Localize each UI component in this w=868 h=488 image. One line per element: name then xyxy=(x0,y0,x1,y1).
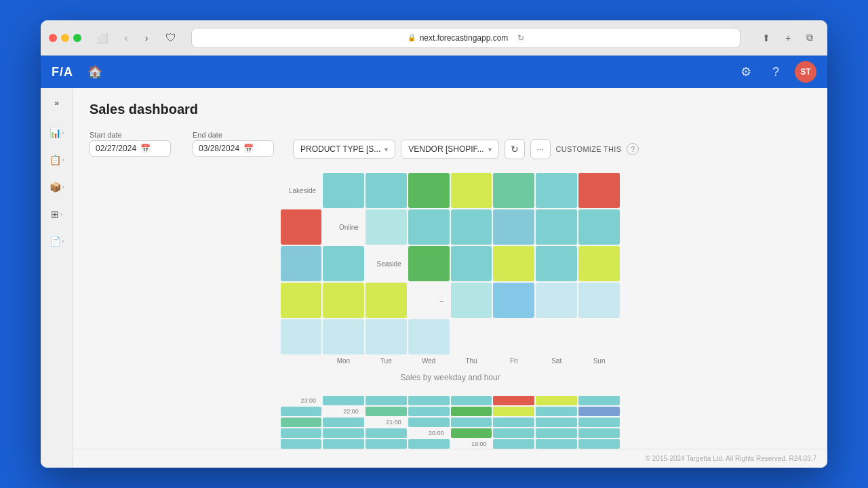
heatmap-cell xyxy=(408,319,450,354)
heatmap-cell xyxy=(493,173,534,208)
question-icon: ? xyxy=(772,65,779,79)
browser-window: ⬜ ‹ › 🛡 🔒 next.forecastingapp.com ↻ ⬆ + … xyxy=(41,20,827,468)
second-heatmap-cell xyxy=(536,428,577,438)
heatmap-cell xyxy=(281,319,321,354)
heatmap-col-label: Sat xyxy=(536,357,577,365)
new-tab-button[interactable]: + xyxy=(778,28,797,47)
forward-button[interactable]: › xyxy=(137,28,156,47)
collapse-icon: » xyxy=(54,98,59,108)
sidebar-item-products[interactable]: 📦 › xyxy=(43,175,71,199)
second-heatmap-cell xyxy=(578,396,620,405)
page-title: Sales dashboard xyxy=(90,102,811,117)
reload-icon: ↻ xyxy=(517,33,524,43)
heatmap-cell xyxy=(493,246,534,281)
second-heatmap-cell xyxy=(323,439,364,449)
help-button[interactable]: ? xyxy=(765,61,787,83)
second-heatmap-cell xyxy=(366,396,407,405)
heatmap-grid: LakesideOnlineSeaside-- xyxy=(281,173,620,354)
sidebar-collapse-button[interactable]: » xyxy=(47,94,66,113)
heatmap-cell xyxy=(323,246,364,281)
browser-actions: ⬆ + ⧉ xyxy=(757,28,819,47)
second-heatmap-cell xyxy=(323,396,364,405)
second-heatmap-cell xyxy=(578,407,620,416)
sidebar-item-documents[interactable]: 📄 › xyxy=(43,229,71,253)
more-options-button[interactable]: ··· xyxy=(530,139,551,159)
heatmap-col-label: Tue xyxy=(366,357,407,365)
customize-button[interactable]: CUSTOMIZE THIS xyxy=(556,145,622,153)
heatmap-cell xyxy=(281,209,321,245)
traffic-lights xyxy=(49,34,81,42)
heatmap-col-label: Sun xyxy=(578,357,620,365)
avatar[interactable]: ST xyxy=(795,61,816,83)
chevron-down-icon: ▾ xyxy=(384,146,388,153)
second-heatmap-cell xyxy=(578,428,620,438)
second-heatmap-cell xyxy=(493,439,534,449)
heatmap-cell xyxy=(366,209,407,245)
heatmap-row-label: -- xyxy=(408,283,450,318)
vendor-label: VENDOR [SHOPIF... xyxy=(408,144,484,154)
second-heatmap-cell xyxy=(281,428,321,438)
second-heatmap-cell xyxy=(281,407,321,416)
heatmap-col-label: Thu xyxy=(451,357,492,365)
footer: © 2015-2024 Targetta Ltd. All Rights Res… xyxy=(73,449,827,468)
grid-icon: ⊞ xyxy=(51,209,59,220)
shield-button[interactable]: 🛡 xyxy=(161,28,180,47)
heatmap-cell xyxy=(493,283,534,318)
start-date-label: Start date xyxy=(90,131,171,139)
sidebar-toggle-button[interactable]: ⬜ xyxy=(92,28,111,47)
heatmap-cell xyxy=(366,319,407,354)
close-button[interactable] xyxy=(49,34,57,42)
share-button[interactable]: ⬆ xyxy=(757,28,776,47)
customize-label: CUSTOMIZE THIS xyxy=(556,145,622,153)
heatmap-cell xyxy=(323,173,364,208)
chevron-right-icon: › xyxy=(60,211,62,218)
sidebar-item-reports[interactable]: 📋 › xyxy=(43,148,71,172)
minimize-button[interactable] xyxy=(61,34,69,42)
second-heatmap-cell xyxy=(536,418,577,427)
heatmap-cell xyxy=(366,173,407,208)
heatmap-cell xyxy=(408,246,450,281)
heatmap-col-label xyxy=(281,357,321,365)
refresh-button[interactable]: ↻ xyxy=(505,139,525,159)
heatmap-cell xyxy=(578,283,620,318)
second-heatmap-cell xyxy=(323,428,364,438)
back-button[interactable]: ‹ xyxy=(117,28,136,47)
start-date-input[interactable]: 02/27/2024 📅 xyxy=(90,140,171,157)
heatmap-col-labels: MonTueWedThuFriSatSun xyxy=(281,357,620,365)
app-container: F/A 🏠 ⚙ ? ST » xyxy=(41,56,827,468)
second-heatmap-cell xyxy=(578,439,620,449)
address-bar[interactable]: 🔒 next.forecastingapp.com ↻ xyxy=(191,28,741,48)
maximize-button[interactable] xyxy=(73,34,81,42)
home-button[interactable]: 🏠 xyxy=(84,61,106,83)
second-heatmap-cell xyxy=(536,396,577,405)
lock-icon: 🔒 xyxy=(408,34,416,41)
start-date-field: Start date 02/27/2024 📅 xyxy=(90,131,171,157)
heatmap-cell xyxy=(281,246,321,281)
vendor-filter[interactable]: VENDOR [SHOPIF... ▾ xyxy=(401,140,498,159)
dashboard-area: Sales dashboard Start date 02/27/2024 📅 xyxy=(73,88,827,449)
customize-help-icon[interactable]: ? xyxy=(627,143,639,155)
heatmap-col-label: Mon xyxy=(323,357,364,365)
product-type-filter[interactable]: PRODUCT TYPE [S... ▾ xyxy=(293,140,395,159)
sidebar-toggle-icon: ⬜ xyxy=(96,33,108,43)
heatmap-cell xyxy=(578,173,620,208)
settings-button[interactable]: ⚙ xyxy=(735,61,757,83)
calendar-icon: 📅 xyxy=(243,144,254,153)
second-heatmap-cell xyxy=(493,418,534,427)
second-heatmap-cell xyxy=(536,439,577,449)
second-heatmap-cell xyxy=(451,418,492,427)
second-heatmap-cell xyxy=(451,407,492,416)
end-date-input[interactable]: 03/28/2024 📅 xyxy=(193,140,274,157)
chevron-right-icon: › xyxy=(62,184,64,190)
sidebar-item-dashboard[interactable]: 📊 › xyxy=(43,121,71,145)
heatmap-col-label: Fri xyxy=(493,357,534,365)
heatmap-cell xyxy=(408,209,450,245)
app-logo: F/A xyxy=(52,65,73,79)
start-date-value: 02/27/2024 xyxy=(96,144,136,153)
home-icon: 🏠 xyxy=(87,64,102,79)
tabs-button[interactable]: ⧉ xyxy=(800,28,819,47)
second-heatmap: 23:0022:0021:0020:0019:0018:00 xyxy=(281,396,620,449)
heatmap-cell xyxy=(451,246,492,281)
sidebar-item-grid[interactable]: ⊞ › xyxy=(43,202,71,226)
second-heatmap-cell xyxy=(366,439,407,449)
